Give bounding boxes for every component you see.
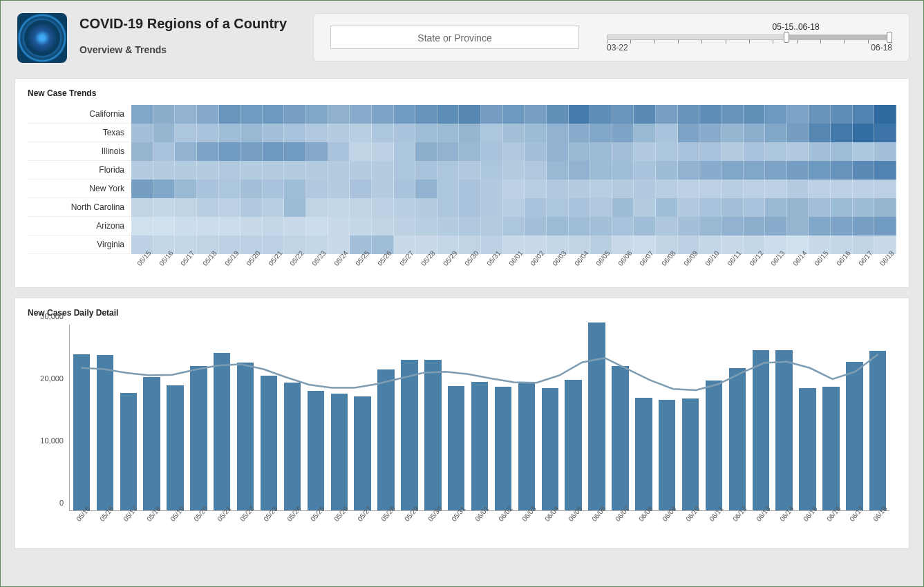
- bar[interactable]: [588, 323, 605, 510]
- heatmap-cell[interactable]: [153, 180, 176, 198]
- heatmap-cell[interactable]: [874, 198, 896, 217]
- heatmap-cell[interactable]: [306, 161, 328, 180]
- heatmap-cell[interactable]: [525, 198, 547, 217]
- heatmap-cell[interactable]: [744, 217, 766, 235]
- heatmap-cell[interactable]: [350, 105, 372, 124]
- heatmap-cell[interactable]: [219, 180, 241, 198]
- heatmap-cell[interactable]: [765, 161, 787, 180]
- heatmap-cell[interactable]: [809, 124, 831, 142]
- heatmap-cell[interactable]: [612, 105, 634, 124]
- heatmap-cell[interactable]: [263, 142, 285, 161]
- bar-chart[interactable]: 010,00020,00030,000 05/1505/1605/1705/18…: [28, 325, 896, 539]
- heatmap-cell[interactable]: [634, 217, 656, 235]
- heatmap-cell[interactable]: [197, 124, 219, 142]
- heatmap-cell[interactable]: [219, 124, 241, 142]
- heatmap-cell[interactable]: [831, 217, 853, 235]
- heatmap-cell[interactable]: [415, 180, 437, 198]
- heatmap-cell[interactable]: [547, 142, 569, 161]
- heatmap-cell[interactable]: [547, 217, 569, 235]
- heatmap-cell[interactable]: [459, 124, 481, 142]
- heatmap-cell[interactable]: [853, 217, 875, 235]
- bar[interactable]: [284, 383, 301, 510]
- heatmap-cell[interactable]: [722, 124, 744, 142]
- heatmap-cell[interactable]: [263, 217, 285, 235]
- heatmap-cell[interactable]: [787, 180, 809, 198]
- bar[interactable]: [308, 391, 324, 510]
- heatmap-cell[interactable]: [699, 217, 722, 235]
- heatmap-cell[interactable]: [765, 217, 787, 235]
- heatmap-cell[interactable]: [503, 198, 525, 217]
- heatmap-cell[interactable]: [306, 180, 328, 198]
- heatmap-cell[interactable]: [284, 105, 306, 124]
- heatmap-cell[interactable]: [241, 198, 263, 217]
- bar[interactable]: [846, 362, 862, 510]
- heatmap-cell[interactable]: [415, 124, 437, 142]
- bar[interactable]: [495, 387, 511, 510]
- heatmap-cell[interactable]: [831, 142, 853, 161]
- heatmap-cell[interactable]: [656, 198, 678, 217]
- heatmap-cell[interactable]: [547, 124, 569, 142]
- bar[interactable]: [706, 381, 722, 510]
- bar[interactable]: [448, 386, 464, 510]
- heatmap-cell[interactable]: [874, 124, 896, 142]
- heatmap-cell[interactable]: [787, 142, 809, 161]
- heatmap-cell[interactable]: [175, 161, 197, 180]
- heatmap-cell[interactable]: [874, 217, 896, 235]
- heatmap-cell[interactable]: [634, 161, 656, 180]
- heatmap-cell[interactable]: [263, 105, 285, 124]
- heatmap-cell[interactable]: [372, 217, 394, 235]
- heatmap-cell[interactable]: [744, 142, 766, 161]
- heatmap-cell[interactable]: [678, 180, 700, 198]
- heatmap-cell[interactable]: [612, 217, 634, 235]
- heatmap-cell[interactable]: [372, 142, 394, 161]
- heatmap-cell[interactable]: [131, 142, 153, 161]
- heatmap-cell[interactable]: [263, 180, 285, 198]
- heatmap-cell[interactable]: [306, 142, 328, 161]
- heatmap-cell[interactable]: [525, 180, 547, 198]
- heatmap-cell[interactable]: [699, 124, 722, 142]
- heatmap-cell[interactable]: [874, 180, 896, 198]
- heatmap-cell[interactable]: [722, 180, 744, 198]
- heatmap-cell[interactable]: [328, 124, 350, 142]
- heatmap-cell[interactable]: [831, 105, 853, 124]
- heatmap-cell[interactable]: [415, 142, 437, 161]
- heatmap-cell[interactable]: [219, 198, 241, 217]
- heatmap-cell[interactable]: [765, 198, 787, 217]
- heatmap-cell[interactable]: [744, 105, 766, 124]
- heatmap-cell[interactable]: [612, 124, 634, 142]
- heatmap-cell[interactable]: [481, 124, 503, 142]
- heatmap-cell[interactable]: [874, 161, 896, 180]
- heatmap-cell[interactable]: [831, 198, 853, 217]
- heatmap-cell[interactable]: [219, 142, 241, 161]
- heatmap-cell[interactable]: [547, 180, 569, 198]
- heatmap-cell[interactable]: [328, 161, 350, 180]
- heatmap-cell[interactable]: [437, 142, 460, 161]
- heatmap-cell[interactable]: [437, 124, 460, 142]
- heatmap-cell[interactable]: [612, 142, 634, 161]
- heatmap-cell[interactable]: [131, 198, 153, 217]
- heatmap-cell[interactable]: [131, 161, 153, 180]
- heatmap-cell[interactable]: [525, 161, 547, 180]
- heatmap-cell[interactable]: [634, 142, 656, 161]
- heatmap-cell[interactable]: [612, 180, 634, 198]
- heatmap-cell[interactable]: [197, 180, 219, 198]
- heatmap-cell[interactable]: [525, 142, 547, 161]
- heatmap-cell[interactable]: [415, 217, 437, 235]
- heatmap-cell[interactable]: [678, 142, 700, 161]
- heatmap-cell[interactable]: [481, 180, 503, 198]
- heatmap-cell[interactable]: [372, 105, 394, 124]
- heatmap-cell[interactable]: [437, 180, 460, 198]
- bar[interactable]: [869, 351, 886, 510]
- heatmap-cell[interactable]: [219, 217, 241, 235]
- heatmap-cell[interactable]: [678, 161, 700, 180]
- bar[interactable]: [682, 398, 699, 510]
- heatmap-cell[interactable]: [569, 105, 591, 124]
- bar[interactable]: [97, 355, 113, 510]
- heatmap-cell[interactable]: [306, 198, 328, 217]
- heatmap-cell[interactable]: [284, 142, 306, 161]
- bar[interactable]: [542, 388, 558, 510]
- date-range-slider[interactable]: 05-15..06-18 03-22 06-18: [607, 23, 892, 51]
- heatmap-cell[interactable]: [394, 217, 416, 235]
- heatmap-cell[interactable]: [284, 180, 306, 198]
- heatmap-cell[interactable]: [787, 124, 809, 142]
